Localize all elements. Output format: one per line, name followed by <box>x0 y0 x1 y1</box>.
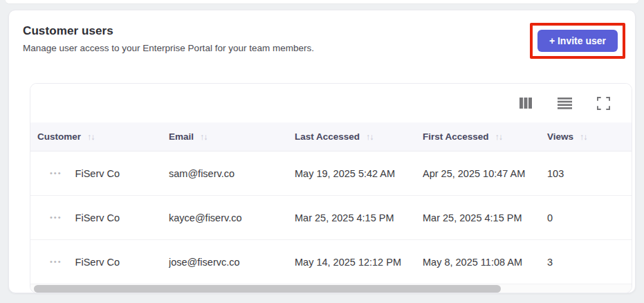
row-menu-ellipsis-icon[interactable]: ••• <box>48 211 64 224</box>
views-cell: 103 <box>547 168 632 179</box>
column-header-label: Last Accessed <box>295 131 360 142</box>
table-row: ••• FiServ Co sam@fiserv.co May 19, 2025… <box>30 152 632 196</box>
table-row: ••• FiServ Co jose@fiservc.co May 14, 20… <box>30 240 632 284</box>
page-subtitle: Manage user access to your Enterprise Po… <box>23 43 314 53</box>
horizontal-scrollbar-track[interactable] <box>30 284 632 293</box>
email-cell: sam@fiserv.co <box>169 168 295 179</box>
previous-card-edge <box>6 0 638 3</box>
column-header-first_accessed[interactable]: First Accessed ↑↓ <box>423 131 547 142</box>
sort-arrows-icon[interactable]: ↑↓ <box>200 132 208 142</box>
views-cell: 0 <box>547 212 632 223</box>
first-accessed-cell: Mar 25, 2025 4:15 PM <box>423 212 547 223</box>
card-header: Customer users Manage user access to you… <box>9 10 635 59</box>
card-header-text: Customer users Manage user access to you… <box>23 24 314 53</box>
last-accessed-cell: Mar 25, 2025 4:15 PM <box>295 212 423 223</box>
first-accessed-cell: Apr 25, 2025 10:47 AM <box>423 168 547 179</box>
customer-name: FiServ Co <box>75 212 120 223</box>
red-highlight-annotation: + Invite user <box>530 23 625 59</box>
sort-arrows-icon[interactable]: ↑↓ <box>87 132 95 142</box>
customer-name: FiServ Co <box>75 257 120 268</box>
column-header-label: Customer <box>37 131 81 142</box>
fullscreen-icon[interactable] <box>591 91 615 115</box>
last-accessed-cell: May 19, 2025 5:42 AM <box>295 168 423 179</box>
customer-cell: ••• FiServ Co <box>30 167 169 180</box>
table-row: ••• FiServ Co kayce@fiserv.co Mar 25, 20… <box>30 196 632 240</box>
column-header-label: First Accessed <box>423 131 489 142</box>
column-header-label: Email <box>169 131 194 142</box>
customer-users-card: Customer users Manage user access to you… <box>8 10 636 293</box>
customer-cell: ••• FiServ Co <box>30 211 169 224</box>
page-title: Customer users <box>23 24 314 38</box>
invite-user-button[interactable]: + Invite user <box>537 30 618 52</box>
email-cell: kayce@fiserv.co <box>169 212 295 223</box>
column-header-views[interactable]: Views ↑↓ <box>547 131 632 142</box>
customer-name: FiServ Co <box>75 168 120 179</box>
last-accessed-cell: May 14, 2025 12:12 PM <box>295 257 423 268</box>
row-menu-ellipsis-icon[interactable]: ••• <box>48 167 64 180</box>
email-cell: jose@fiservc.co <box>169 257 295 268</box>
views-cell: 3 <box>547 257 632 268</box>
customer-cell: ••• FiServ Co <box>30 255 169 268</box>
sort-arrows-icon[interactable]: ↑↓ <box>580 132 587 142</box>
horizontal-scrollbar-thumb[interactable] <box>34 285 501 293</box>
sort-arrows-icon[interactable]: ↑↓ <box>366 132 374 142</box>
first-accessed-cell: May 8, 2025 11:08 AM <box>423 257 547 268</box>
table-toolbar <box>30 84 632 122</box>
sort-arrows-icon[interactable]: ↑↓ <box>495 132 503 142</box>
column-header-label: Views <box>547 131 573 142</box>
table-body: ••• FiServ Co sam@fiserv.co May 19, 2025… <box>30 152 632 284</box>
column-header-last_accessed[interactable]: Last Accessed ↑↓ <box>295 131 423 142</box>
users-table-panel: Customer ↑↓ Email ↑↓ Last Accessed ↑↓ Fi… <box>30 83 632 293</box>
columns-icon[interactable] <box>514 91 537 115</box>
row-menu-ellipsis-icon[interactable]: ••• <box>48 255 64 268</box>
column-header-email[interactable]: Email ↑↓ <box>169 131 295 142</box>
density-icon[interactable] <box>553 91 576 115</box>
table-header-row: Customer ↑↓ Email ↑↓ Last Accessed ↑↓ Fi… <box>30 122 632 152</box>
column-header-customer[interactable]: Customer ↑↓ <box>30 131 169 142</box>
